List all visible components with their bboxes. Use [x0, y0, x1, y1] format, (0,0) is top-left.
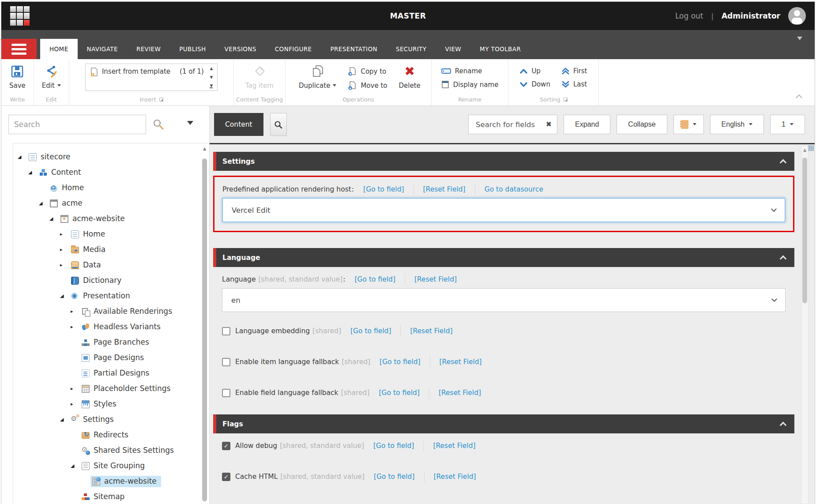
ribbon-collapse-chevron-icon[interactable]	[796, 94, 803, 102]
tree-item-acme-website[interactable]: ◢acme-website	[13, 211, 209, 226]
expand-button[interactable]: Expand	[564, 115, 610, 134]
enable-item-language-fallback-checkbox[interactable]	[222, 358, 230, 366]
move-up-button[interactable]: Up	[520, 67, 550, 75]
go-to-field-link[interactable]: [Go to field]	[374, 473, 414, 481]
version-dropdown[interactable]: 1	[770, 115, 805, 134]
tab-configure[interactable]: CONFIGURE	[266, 39, 321, 59]
spin-last-icon[interactable]: ▼	[210, 84, 213, 88]
user-avatar[interactable]	[788, 7, 806, 25]
delete-button[interactable]: ✖ Delete	[396, 64, 423, 90]
tree-item-headless-variants[interactable]: ▸Headless Variants	[13, 319, 209, 335]
reset-field-link[interactable]: [Reset Field]	[410, 327, 452, 335]
tab-view[interactable]: VIEW	[436, 39, 470, 59]
tree-expander-icon[interactable]: ▸	[71, 308, 80, 314]
tree-expander-icon[interactable]: ◢	[60, 417, 69, 422]
tree-scrollbar[interactable]: ▲	[201, 146, 208, 504]
reset-field-link[interactable]: [Reset Field]	[440, 358, 482, 366]
tree-item-partial-designs[interactable]: Partial Designs	[13, 365, 209, 381]
editor-scroll-thumb[interactable]	[802, 158, 807, 303]
tree-expander-icon[interactable]: ▸	[71, 324, 80, 330]
tree-search-input[interactable]	[8, 115, 146, 134]
reset-field-link[interactable]: [Reset Field]	[433, 442, 475, 450]
reset-field-link[interactable]: [Reset Field]	[439, 389, 481, 397]
ribbon-options-caret-icon[interactable]	[797, 37, 802, 43]
tab-presentation[interactable]: PRESENTATION	[321, 39, 387, 59]
menu-button[interactable]	[1, 39, 37, 59]
language-dropdown[interactable]: English	[710, 115, 764, 134]
logout-link[interactable]: Log out	[675, 11, 703, 20]
go-to-field-link[interactable]: [Go to field]	[363, 185, 404, 193]
insert-from-template-box[interactable]: Insert from template (1 of 1) ▲ ▼ ▼	[85, 64, 218, 91]
tree-expander-icon[interactable]: ▸	[60, 262, 69, 268]
go-to-field-link[interactable]: [Go to field]	[380, 358, 420, 366]
tree-item-redirects[interactable]: Redirects	[13, 427, 209, 443]
username-label[interactable]: Administrator	[722, 11, 780, 20]
tree-item-site-grouping[interactable]: ◢Site Grouping	[13, 458, 209, 474]
tab-content[interactable]: Content	[214, 113, 263, 136]
display-name-button[interactable]: Display name	[441, 80, 499, 89]
go-to-field-link[interactable]: [Go to field]	[350, 327, 391, 335]
edit-button[interactable]: Edit	[39, 64, 64, 90]
section-header-flags[interactable]: Flags	[213, 414, 794, 433]
tree-expander-icon[interactable]: ▸	[71, 401, 80, 407]
duplicate-button[interactable]: Duplicate	[296, 64, 339, 90]
tree-expander-icon[interactable]: ◢	[71, 463, 80, 469]
language-select[interactable]: en	[222, 288, 786, 312]
copy-to-button[interactable]: Copy to	[348, 67, 387, 76]
tree-expander-icon[interactable]: ◢	[18, 154, 27, 160]
editor-search-tab[interactable]	[270, 113, 287, 136]
allow-debug-checkbox[interactable]: ✓	[222, 442, 230, 450]
tree-expander-icon[interactable]: ◢	[49, 216, 59, 222]
reset-field-link[interactable]: [Reset Field]	[414, 275, 457, 283]
tab-home[interactable]: HOME	[40, 39, 78, 59]
tree-expander-icon[interactable]: ◢	[39, 200, 48, 206]
reset-field-link[interactable]: [Reset Field]	[423, 185, 466, 193]
tree-item-content[interactable]: ◢Content	[13, 165, 209, 180]
tree-item-home[interactable]: ▸Home	[13, 226, 209, 242]
move-to-button[interactable]: Move to	[348, 81, 387, 90]
tree-item-shared-sites-settings[interactable]: Shared Sites Settings	[13, 443, 209, 458]
rename-button[interactable]: Rename	[441, 67, 499, 75]
tree-expander-icon[interactable]: ◢	[28, 169, 38, 175]
save-button[interactable]: Save	[7, 64, 28, 90]
tab-publish[interactable]: PUBLISH	[170, 39, 215, 59]
tree-item-data[interactable]: ▸Data	[13, 257, 209, 273]
dialog-launcher-icon[interactable]	[564, 98, 568, 102]
tree-item-styles[interactable]: ▸Styles	[13, 396, 209, 412]
section-header-language[interactable]: Language	[213, 248, 794, 267]
section-collapse-chevron-icon[interactable]	[780, 422, 787, 429]
tree-item-home[interactable]: Home	[13, 180, 209, 196]
search-options-caret-icon[interactable]	[187, 121, 193, 128]
tree-item-available-renderings[interactable]: ▸Available Renderings	[13, 304, 209, 319]
tree-item-placeholder-settings[interactable]: ▸Placeholder Settings	[13, 381, 209, 396]
profile-dropdown[interactable]	[673, 115, 704, 134]
spin-up-icon[interactable]: ▲	[210, 66, 213, 71]
move-down-button[interactable]: Down	[520, 80, 550, 88]
tree-scroll-thumb[interactable]	[202, 158, 207, 501]
go-to-field-link[interactable]: [Go to field]	[379, 389, 420, 397]
clear-search-icon[interactable]: ✖	[546, 121, 552, 128]
tree-item-sitecore[interactable]: ◢sitecore	[13, 149, 209, 165]
enable-field-language-fallback-checkbox[interactable]	[222, 389, 230, 397]
predefined-application-rendering-host-select[interactable]: Vercel Edit	[222, 198, 785, 222]
tab-versions[interactable]: VERSIONS	[215, 39, 266, 59]
reset-field-link[interactable]: [Reset Field]	[434, 473, 476, 481]
tree-expander-icon[interactable]: ▸	[71, 386, 80, 391]
field-search-input[interactable]	[475, 120, 542, 129]
tab-security[interactable]: SECURITY	[387, 39, 436, 59]
scroll-corner-grip[interactable]	[808, 145, 814, 151]
tree-item-dictionary[interactable]: Dictionary	[13, 273, 209, 288]
tree-expander-icon[interactable]: ◢	[60, 293, 69, 299]
tree-item-page-designs[interactable]: Page Designs	[13, 350, 209, 365]
scroll-up-icon[interactable]: ▲	[201, 146, 208, 151]
tree-expander-icon[interactable]: ▸	[60, 247, 69, 252]
tree-item-acme[interactable]: ◢acme	[13, 196, 209, 211]
tree-item-media[interactable]: ▸Media	[13, 242, 209, 257]
tree-item-settings[interactable]: ◢Settings	[13, 412, 209, 427]
section-collapse-chevron-icon[interactable]	[780, 159, 787, 166]
scroll-up-icon[interactable]: ▲	[801, 146, 808, 152]
section-header-settings[interactable]: Settings	[213, 152, 794, 171]
tree-expander-icon[interactable]: ▸	[60, 231, 69, 237]
language-embedding-checkbox[interactable]	[222, 327, 230, 335]
go-to-datasource-link[interactable]: Go to datasource	[485, 185, 543, 193]
